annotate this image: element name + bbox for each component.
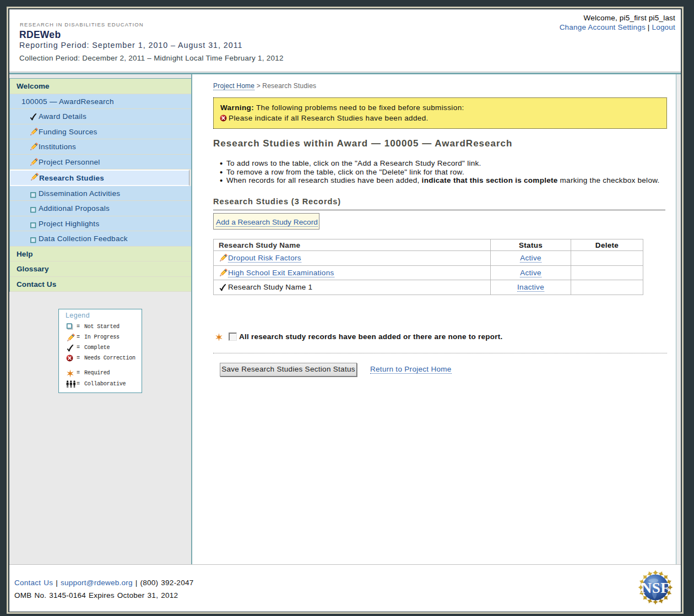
svg-text:NSF: NSF — [641, 580, 670, 596]
